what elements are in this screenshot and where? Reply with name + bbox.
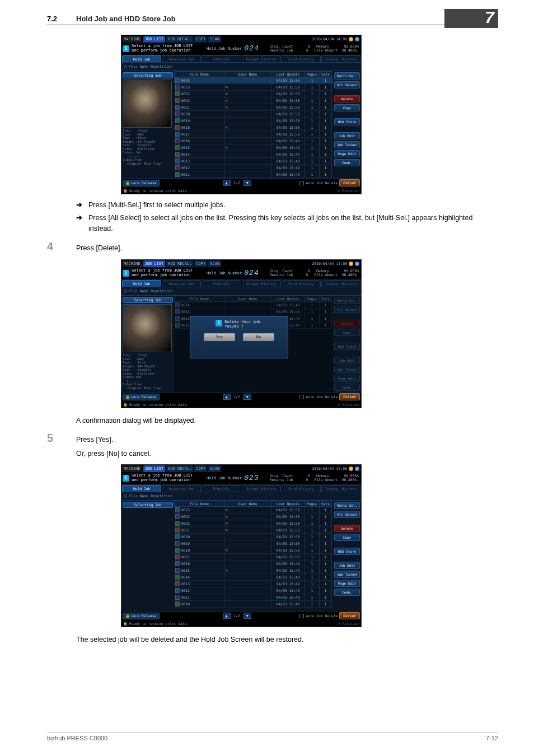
table-row[interactable]: 0019 04/03 15:58 1 1 bbox=[174, 540, 333, 547]
all-select-button[interactable]: All Select bbox=[334, 81, 360, 88]
subtab-send-history[interactable]: Send History bbox=[282, 485, 321, 492]
table-row[interactable]: 0013 04/03 15:49 1 1 bbox=[174, 581, 333, 587]
tab-joblist[interactable]: JOB LIST bbox=[143, 36, 166, 43]
power-icon[interactable] bbox=[355, 262, 359, 266]
subtab-reserved[interactable]: Reserved Job bbox=[162, 280, 201, 287]
col-updated[interactable]: Last Update bbox=[271, 71, 305, 77]
page-up-button[interactable]: ▲ bbox=[223, 394, 231, 400]
table-row[interactable]: 0018 ✎ 04/03 15:58 1 1 bbox=[174, 547, 333, 554]
subtab-send-history[interactable]: Send History bbox=[282, 55, 321, 62]
job-ticket-button[interactable]: Job Ticket bbox=[334, 366, 360, 373]
rotation-indicator[interactable]: ⟳ Rotation bbox=[338, 622, 359, 626]
subtab-schedule[interactable]: Schedule bbox=[202, 55, 241, 62]
tab-hdd-recall[interactable]: HDD RECALL bbox=[166, 36, 193, 43]
page-edit-button[interactable]: Page Edit bbox=[334, 375, 360, 382]
table-row[interactable]: 0022 ✎ 04/03 15:58 1 1 bbox=[174, 514, 333, 520]
selecting-job-button[interactable]: Selecting Job bbox=[123, 502, 173, 508]
subtab-hold-job[interactable]: Hold Job bbox=[122, 485, 161, 492]
hdd-store-button[interactable]: HDD Store bbox=[334, 548, 360, 555]
job-ticket-button[interactable]: Job Ticket bbox=[334, 571, 360, 578]
copy-button[interactable]: Copy bbox=[334, 329, 360, 336]
selecting-job-button[interactable]: Selecting Job bbox=[123, 72, 173, 78]
col-sets[interactable]: Sets bbox=[320, 71, 332, 77]
subtab-schedule[interactable]: Schedule bbox=[202, 485, 241, 492]
page-up-button[interactable]: ▲ bbox=[223, 180, 231, 186]
page-edit-button[interactable]: Page Edit bbox=[334, 580, 360, 587]
table-row[interactable]: 0015 ✎ 04/03 15:49 1 1 bbox=[174, 144, 333, 151]
table-row[interactable]: 0012 04/03 15:49 1 1 bbox=[174, 587, 333, 594]
selecting-job-button[interactable]: Selecting Job bbox=[123, 297, 173, 303]
tab-copy[interactable]: COPY bbox=[194, 36, 207, 43]
multi-sel-button[interactable]: Multi-Sel. bbox=[334, 502, 360, 509]
auto-delete-checkbox[interactable] bbox=[299, 181, 304, 185]
help-icon[interactable] bbox=[349, 262, 353, 266]
table-row[interactable]: 0011 04/03 15:49 1 1 bbox=[174, 594, 333, 601]
table-row[interactable]: 0022 ✎ 04/03 15:58 1 1 bbox=[174, 97, 333, 104]
table-row[interactable]: 0013 04/03 15:49 1 1 bbox=[174, 158, 333, 165]
table-row[interactable]: 0025 04/03 15:58 1 1 bbox=[174, 77, 333, 84]
job-edit-button[interactable]: Job Edit bbox=[334, 562, 360, 569]
job-edit-button[interactable]: Job Edit bbox=[334, 357, 360, 364]
file-name-repetition-toggle[interactable]: File Name Repetition bbox=[121, 492, 361, 500]
job-ticket-button[interactable]: Job Ticket bbox=[334, 141, 360, 148]
table-row[interactable]: 0022 ✎ 04/03 15:58 1 1 bbox=[174, 91, 333, 97]
help-icon[interactable] bbox=[349, 37, 353, 41]
table-row[interactable]: 0018 ✎ 04/03 15:58 1 1 bbox=[174, 124, 333, 131]
table-row[interactable]: 0023 ✎ 04/03 15:58 1 1 bbox=[174, 507, 333, 514]
delete-button[interactable]: Delete bbox=[334, 95, 360, 102]
output-button[interactable]: Output bbox=[339, 393, 360, 400]
tab-hdd-recall[interactable]: HDD RECALL bbox=[166, 465, 193, 472]
subtab-hold-job[interactable]: Hold Job bbox=[122, 55, 161, 62]
help-icon[interactable] bbox=[349, 466, 353, 471]
page-down-button[interactable]: ▼ bbox=[243, 394, 251, 400]
subtab-output-history[interactable]: Output History bbox=[242, 55, 281, 62]
multi-sel-button[interactable]: Multi-Sel. bbox=[334, 72, 360, 80]
subtab-schedule[interactable]: Schedule bbox=[202, 280, 241, 287]
subtab-output-history[interactable]: Output History bbox=[242, 485, 281, 492]
output-button[interactable]: Output bbox=[339, 612, 360, 619]
subtab-output-history[interactable]: Output History bbox=[242, 280, 281, 287]
all-select-button[interactable]: All Select bbox=[334, 306, 360, 313]
tab-scan[interactable]: SCAN bbox=[208, 465, 221, 472]
table-row[interactable]: 0022 ✎ 04/03 15:58 1 1 bbox=[174, 520, 333, 527]
col-updated[interactable]: Last Update bbox=[271, 501, 305, 507]
all-select-button[interactable]: All Select bbox=[334, 511, 360, 518]
tab-scan[interactable]: SCAN bbox=[208, 36, 221, 43]
page-down-button[interactable]: ▼ bbox=[243, 613, 251, 619]
lock-release-button[interactable]: 🔒Lock Release bbox=[123, 180, 160, 186]
subtab-incomp-history[interactable]: Incomp. History bbox=[321, 55, 360, 62]
tab-scan[interactable]: SCAN bbox=[208, 260, 221, 267]
power-icon[interactable] bbox=[355, 37, 359, 41]
col-user[interactable]: User Name bbox=[224, 501, 271, 507]
subtab-send-history[interactable]: Send History bbox=[282, 280, 321, 287]
subtab-incomp-history[interactable]: Incomp. History bbox=[321, 280, 360, 287]
job-edit-button[interactable]: Job Edit bbox=[334, 132, 360, 139]
tab-machine[interactable]: MACHINE bbox=[122, 465, 142, 472]
table-row[interactable]: 0020 04/03 15:58 1 1 bbox=[174, 111, 333, 118]
comb-button[interactable]: Comb. bbox=[334, 384, 360, 391]
col-user[interactable]: User Name bbox=[224, 71, 271, 77]
page-up-button[interactable]: ▲ bbox=[223, 613, 231, 619]
table-row[interactable]: 0021 ✎ 04/03 15:58 1 1 bbox=[174, 527, 333, 534]
output-button[interactable]: Output bbox=[339, 179, 360, 186]
subtab-reserved[interactable]: Reserved Job bbox=[162, 55, 201, 62]
table-row[interactable]: 0016 04/03 15:49 1 1 bbox=[174, 138, 333, 144]
auto-delete-checkbox[interactable] bbox=[299, 395, 304, 399]
table-row[interactable]: 0011 04/03 15:49 1 1 bbox=[174, 171, 333, 178]
tab-machine[interactable]: MACHINE bbox=[122, 260, 142, 267]
table-row[interactable]: 0015 ✎ 04/03 15:49 1 1 bbox=[174, 567, 333, 574]
table-row[interactable]: 0014 04/03 15:49 1 1 bbox=[174, 574, 333, 581]
page-edit-button[interactable]: Page Edit bbox=[334, 150, 360, 157]
comb-button[interactable]: Comb. bbox=[334, 159, 360, 166]
delete-button[interactable]: Delete bbox=[334, 320, 360, 327]
tab-machine[interactable]: MACHINE bbox=[122, 36, 142, 43]
table-row[interactable]: 0017 04/03 15:58 1 1 bbox=[174, 554, 333, 561]
col-file[interactable]: File Name bbox=[174, 501, 224, 507]
yes-button[interactable]: Yes bbox=[204, 333, 235, 341]
rotation-indicator[interactable]: ⟳ Rotation bbox=[338, 189, 359, 193]
subtab-reserved[interactable]: Reserved Job bbox=[162, 485, 201, 492]
multi-sel-button[interactable]: Multi-Sel. bbox=[334, 297, 360, 304]
table-row[interactable]: 0019 04/03 15:58 1 1 bbox=[174, 118, 333, 124]
subtab-hold-job[interactable]: Hold Job bbox=[122, 280, 161, 287]
file-name-repetition-toggle[interactable]: File Name Repetition bbox=[121, 62, 361, 71]
